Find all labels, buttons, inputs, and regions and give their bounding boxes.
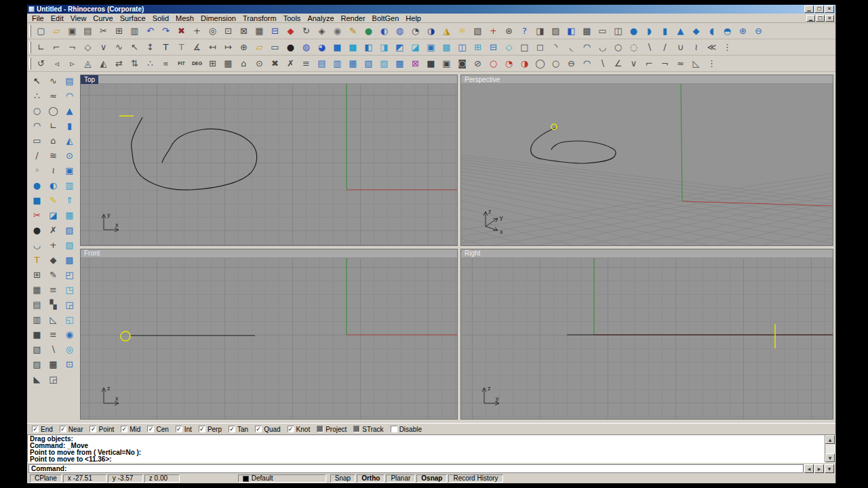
menu-solid[interactable]: Solid xyxy=(149,14,172,22)
mdi-restore-button[interactable]: □ xyxy=(816,15,825,22)
menu-curve[interactable]: Curve xyxy=(90,14,116,22)
viewport-layout-icon[interactable]: ⊟ xyxy=(267,24,283,38)
checkbox-point[interactable]: ✓ xyxy=(90,426,96,432)
minimize-button[interactable]: ▁ xyxy=(804,5,814,13)
status-planar[interactable]: Planar xyxy=(386,474,415,483)
solid-torus-icon[interactable]: ◓ xyxy=(719,24,735,38)
viewport-perspective[interactable]: Perspective z y x xyxy=(460,75,833,246)
light-icon[interactable]: ☼ xyxy=(454,24,470,38)
network-surface-icon[interactable]: ◪ xyxy=(408,40,423,54)
surface-menu-icon[interactable]: ◐ xyxy=(45,178,61,192)
checkbox-quad[interactable]: ✓ xyxy=(255,426,262,432)
untrim-icon[interactable]: ◇ xyxy=(501,40,517,54)
slash-menu-icon[interactable]: ∖ xyxy=(45,342,61,357)
pan-view-icon[interactable]: + xyxy=(189,24,205,38)
sweep2-icon[interactable]: ◩ xyxy=(392,40,408,54)
menu-analyze[interactable]: Analyze xyxy=(304,14,337,22)
properties-panel-icon[interactable]: ▨ xyxy=(548,24,564,38)
viewport-top-title[interactable]: Top xyxy=(81,75,457,84)
area-dim-icon[interactable]: ▭ xyxy=(267,40,283,54)
r-tool-icon[interactable]: ¬ xyxy=(657,56,673,70)
spotlight-icon[interactable]: ◮ xyxy=(439,24,454,38)
offset-surface-icon[interactable]: ▣ xyxy=(423,40,439,54)
menu-render[interactable]: Render xyxy=(338,14,369,22)
small-circle-icon[interactable]: ○ xyxy=(548,56,564,70)
status-record-history[interactable]: Record History xyxy=(448,474,502,483)
blue-arc-icon[interactable]: ◠ xyxy=(62,89,77,103)
first-aid-icon[interactable]: + xyxy=(486,24,501,38)
layer-menu-icon[interactable]: ≡ xyxy=(45,283,61,297)
osnap-int[interactable]: ✓Int xyxy=(176,426,192,433)
loft-surface-icon[interactable]: ◧ xyxy=(361,40,376,54)
blend-surface-icon[interactable]: ▩ xyxy=(439,40,454,54)
prev-view-icon[interactable]: ◃ xyxy=(49,56,64,70)
blue-corner-icon[interactable]: ◰ xyxy=(62,268,77,282)
freeform-curve-icon[interactable]: ∿ xyxy=(111,40,127,54)
checkbox-mid[interactable]: ✓ xyxy=(121,426,127,432)
shaded-view-icon[interactable]: ● xyxy=(361,24,376,38)
cyan-corner-icon[interactable]: ◳ xyxy=(62,283,77,297)
render-icon[interactable]: ◐ xyxy=(376,24,392,38)
panel-b-icon[interactable]: ▥ xyxy=(330,56,345,70)
scrollbar-track[interactable] xyxy=(825,444,835,453)
rectangle-tool-icon[interactable]: ⌐ xyxy=(49,40,64,54)
overflow-icon[interactable]: ⋮ xyxy=(704,56,719,70)
mesh-tool-icon[interactable]: ◬ xyxy=(80,56,96,70)
mdi-close-button[interactable]: ✕ xyxy=(825,15,834,22)
gumball-icon[interactable]: ◆ xyxy=(283,24,298,38)
red-arc-icon[interactable]: ◔ xyxy=(501,56,517,70)
rectangle-menu-icon[interactable]: ▭ xyxy=(29,134,45,148)
bounding-box-icon[interactable]: □ xyxy=(517,40,532,54)
line-diagonal-icon[interactable]: ∖ xyxy=(642,40,657,54)
scroll-down-icon[interactable]: ▼ xyxy=(825,453,835,462)
menu-file[interactable]: File xyxy=(28,14,47,22)
inverse-block-icon[interactable]: ◙ xyxy=(454,56,470,70)
arc-high-icon[interactable]: ◠ xyxy=(579,56,595,70)
angle-dimension-icon[interactable]: ∡ xyxy=(189,40,205,54)
dim-left-icon[interactable]: ↤ xyxy=(205,40,220,54)
line-diagonal2-icon[interactable]: ∕ xyxy=(657,40,673,54)
l-tool-icon[interactable]: ⌐ xyxy=(642,56,657,70)
tri-menu-icon[interactable]: ◺ xyxy=(45,312,61,327)
polyline-menu-icon[interactable]: ∟ xyxy=(45,119,61,133)
selected-circle-front[interactable] xyxy=(121,331,130,341)
vee-curve-icon[interactable]: ∨ xyxy=(96,40,111,54)
resize-viewport-icon[interactable]: ◲ xyxy=(45,372,61,386)
red-circle-icon[interactable]: ○ xyxy=(486,56,501,70)
solid-pyramid-icon[interactable]: ◆ xyxy=(688,24,704,38)
osnap-cen[interactable]: ✓Cen xyxy=(147,426,168,433)
chevrons-icon[interactable]: ≪ xyxy=(704,40,719,54)
undo-view-icon[interactable]: ↺ xyxy=(33,56,49,70)
sketch-pencil-icon[interactable]: ✎ xyxy=(45,193,61,207)
arc-sw-icon[interactable]: ◟ xyxy=(564,40,579,54)
join-surface-icon[interactable]: ◫ xyxy=(454,40,470,54)
solid-sphere-icon[interactable]: ● xyxy=(626,24,642,38)
viewport-front[interactable]: Front z x xyxy=(80,249,458,420)
solid-cone-icon[interactable]: ▲ xyxy=(673,24,688,38)
angle-tool-icon[interactable]: ∠ xyxy=(610,56,626,70)
mesh-tri-icon[interactable]: ◭ xyxy=(96,56,111,70)
boolean-difference-icon[interactable]: ⊖ xyxy=(751,24,766,38)
grid-menu-icon[interactable]: ▦ xyxy=(29,283,45,297)
redo-icon[interactable]: ↷ xyxy=(158,24,174,38)
wire-box-icon[interactable]: ◻ xyxy=(532,40,548,54)
cyan-panel-icon[interactable]: ▥ xyxy=(62,178,77,192)
wiggle-curve-icon[interactable]: ≀ xyxy=(688,40,704,54)
curve-object-top[interactable] xyxy=(132,117,257,190)
tri-tool-icon[interactable]: ◺ xyxy=(688,56,704,70)
ellipse-menu-icon[interactable]: ◯ xyxy=(45,104,61,118)
blue-panel-icon[interactable]: ▤ xyxy=(62,74,77,88)
viewport-right-title[interactable]: Right xyxy=(461,249,833,258)
blue-pipe-icon[interactable]: ⊙ xyxy=(62,148,77,163)
sweep-menu-icon[interactable]: ◪ xyxy=(45,208,61,222)
split-viewport-icon[interactable]: ◫ xyxy=(610,24,626,38)
swap-v-icon[interactable]: ⇅ xyxy=(127,56,142,70)
osnap-dialog-icon[interactable]: ◧ xyxy=(564,24,579,38)
text-block-icon[interactable]: T xyxy=(158,40,174,54)
status-layer[interactable]: Default xyxy=(238,474,326,483)
rect-array-icon[interactable]: ⊞ xyxy=(205,56,220,70)
osnap-quad[interactable]: ✓Quad xyxy=(255,426,280,433)
checkbox-near[interactable]: ✓ xyxy=(60,426,66,432)
help-icon[interactable]: ? xyxy=(517,24,532,38)
point-cloud-icon[interactable]: ∴ xyxy=(142,56,158,70)
